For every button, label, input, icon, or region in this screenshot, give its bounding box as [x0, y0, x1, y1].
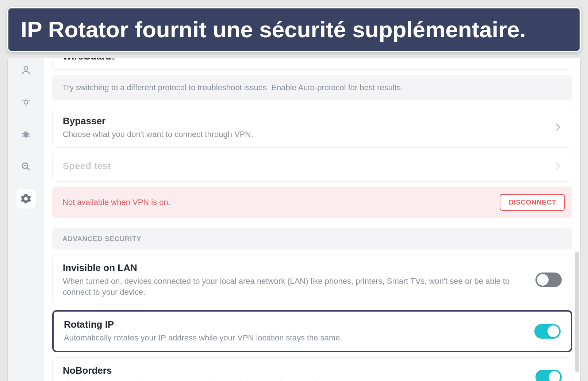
sidebar-item-settings[interactable]	[16, 189, 36, 209]
noborders-card: NoBorders This feature supports internet…	[52, 357, 572, 381]
rotating-ip-toggle[interactable]	[534, 324, 561, 339]
sidebar-item-antivirus[interactable]	[16, 125, 36, 144]
svg-point-1	[24, 100, 28, 104]
bypasser-title: Bypasser	[63, 115, 554, 127]
speedtest-card: Speed test	[52, 153, 572, 182]
bypasser-card[interactable]: Bypasser Choose what you don't want to c…	[52, 108, 572, 148]
svg-point-6	[23, 132, 28, 138]
invisible-lan-toggle[interactable]	[535, 273, 562, 287]
warning-text: Not available when VPN is on.	[62, 198, 170, 207]
speedtest-title: Speed test	[63, 160, 554, 172]
svg-line-3	[22, 100, 23, 101]
chevron-right-icon	[554, 161, 562, 173]
bypasser-desc: Choose what you don't want to connect th…	[63, 129, 554, 140]
protocol-selected: WireGuard®	[63, 58, 115, 62]
rotating-ip-title: Rotating IP	[64, 319, 534, 330]
svg-line-9	[22, 136, 24, 136]
alert-icon	[20, 97, 31, 108]
annotation-banner: IP Rotator fournit une sécurité suppléme…	[7, 7, 581, 52]
svg-line-14	[27, 168, 29, 170]
settings-content: WireGuard® Try switching to a different …	[44, 58, 580, 381]
invisible-lan-desc: When turned on, devices connected to you…	[63, 276, 535, 297]
noborders-title: NoBorders	[63, 365, 535, 376]
svg-line-11	[24, 131, 25, 133]
disconnect-button[interactable]: DISCONNECT	[500, 194, 565, 211]
svg-line-7	[22, 134, 24, 134]
rotating-ip-card: Rotating IP Automatically rotates your I…	[52, 310, 572, 352]
user-icon	[20, 65, 31, 76]
noborders-desc: This feature supports internet access an…	[63, 378, 535, 381]
section-advanced-security: ADVANCED SECURITY	[52, 228, 572, 249]
app-window: WireGuard® Try switching to a different …	[7, 58, 581, 381]
svg-line-12	[27, 131, 27, 133]
svg-line-8	[28, 134, 30, 134]
sidebar-item-alert[interactable]	[16, 92, 36, 112]
protocol-hint: Try switching to a different protocol to…	[52, 75, 572, 100]
scrollbar[interactable]	[575, 252, 579, 372]
sidebar	[8, 58, 44, 381]
noborders-toggle[interactable]	[535, 370, 562, 381]
rotating-ip-desc: Automatically rotates your IP address wh…	[64, 332, 534, 343]
bug-icon	[20, 129, 31, 140]
protocol-card[interactable]: WireGuard®	[52, 58, 572, 70]
svg-line-4	[28, 100, 30, 101]
chevron-down-icon	[554, 58, 562, 60]
gear-icon	[20, 193, 31, 204]
search-icon	[20, 161, 31, 172]
chevron-right-icon	[554, 122, 562, 134]
invisible-lan-card: Invisible on LAN When turned on, devices…	[52, 255, 572, 305]
sidebar-item-user[interactable]	[16, 60, 36, 80]
vpn-on-warning: Not available when VPN is on. DISCONNECT	[52, 187, 572, 218]
sidebar-item-search[interactable]	[16, 157, 36, 176]
svg-point-0	[24, 66, 28, 70]
invisible-lan-title: Invisible on LAN	[63, 262, 535, 274]
svg-line-10	[28, 136, 30, 136]
